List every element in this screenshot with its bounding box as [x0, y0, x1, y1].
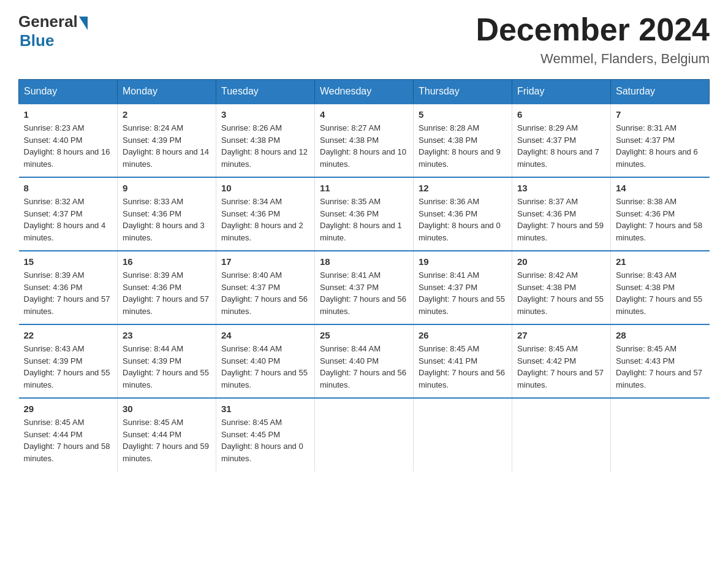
day-info: Sunrise: 8:24 AMSunset: 4:39 PMDaylight:… [123, 123, 209, 169]
day-number: 1 [24, 109, 113, 120]
calendar-cell: 19 Sunrise: 8:41 AMSunset: 4:37 PMDaylig… [414, 251, 512, 324]
calendar-cell: 17 Sunrise: 8:40 AMSunset: 4:37 PMDaylig… [216, 251, 315, 324]
day-info: Sunrise: 8:34 AMSunset: 4:36 PMDaylight:… [221, 197, 303, 242]
calendar-week-1: 1 Sunrise: 8:23 AMSunset: 4:40 PMDayligh… [19, 104, 710, 177]
day-info: Sunrise: 8:26 AMSunset: 4:38 PMDaylight:… [221, 123, 308, 169]
day-info: Sunrise: 8:36 AMSunset: 4:36 PMDaylight:… [419, 197, 501, 242]
calendar-cell: 3 Sunrise: 8:26 AMSunset: 4:38 PMDayligh… [216, 104, 315, 177]
day-number: 17 [221, 256, 309, 267]
day-info: Sunrise: 8:33 AMSunset: 4:36 PMDaylight:… [123, 197, 205, 242]
calendar-cell: 7 Sunrise: 8:31 AMSunset: 4:37 PMDayligh… [611, 104, 710, 177]
calendar-cell: 4 Sunrise: 8:27 AMSunset: 4:38 PMDayligh… [315, 104, 414, 177]
day-info: Sunrise: 8:43 AMSunset: 4:39 PMDaylight:… [24, 344, 110, 389]
column-header-sunday: Sunday [19, 80, 118, 104]
day-number: 8 [24, 183, 113, 193]
day-info: Sunrise: 8:44 AMSunset: 4:39 PMDaylight:… [123, 344, 209, 389]
day-number: 6 [517, 109, 605, 120]
calendar-week-5: 29 Sunrise: 8:45 AMSunset: 4:44 PMDaylig… [19, 398, 710, 472]
day-number: 14 [616, 183, 705, 193]
column-header-wednesday: Wednesday [315, 80, 414, 104]
day-number: 24 [221, 330, 309, 340]
day-info: Sunrise: 8:44 AMSunset: 4:40 PMDaylight:… [320, 344, 406, 389]
calendar-cell: 21 Sunrise: 8:43 AMSunset: 4:38 PMDaylig… [611, 251, 710, 324]
calendar-cell: 28 Sunrise: 8:45 AMSunset: 4:43 PMDaylig… [611, 324, 710, 398]
logo: General Blue [18, 12, 89, 50]
day-info: Sunrise: 8:38 AMSunset: 4:36 PMDaylight:… [616, 197, 702, 242]
calendar-cell: 5 Sunrise: 8:28 AMSunset: 4:38 PMDayligh… [414, 104, 512, 177]
column-header-monday: Monday [118, 80, 216, 104]
calendar-cell: 24 Sunrise: 8:44 AMSunset: 4:40 PMDaylig… [216, 324, 315, 398]
column-header-friday: Friday [512, 80, 611, 104]
calendar-cell [414, 398, 512, 472]
logo-arrow-icon [79, 17, 88, 30]
calendar-cell: 16 Sunrise: 8:39 AMSunset: 4:36 PMDaylig… [118, 251, 216, 324]
calendar-week-4: 22 Sunrise: 8:43 AMSunset: 4:39 PMDaylig… [19, 324, 710, 398]
calendar-cell: 30 Sunrise: 8:45 AMSunset: 4:44 PMDaylig… [118, 398, 216, 472]
day-number: 9 [123, 183, 211, 193]
day-info: Sunrise: 8:41 AMSunset: 4:37 PMDaylight:… [419, 270, 505, 316]
calendar-cell: 2 Sunrise: 8:24 AMSunset: 4:39 PMDayligh… [118, 104, 216, 177]
day-number: 28 [616, 330, 705, 340]
logo-general-text: General [18, 12, 78, 31]
day-number: 2 [123, 109, 211, 120]
day-number: 5 [419, 109, 507, 120]
day-info: Sunrise: 8:27 AMSunset: 4:38 PMDaylight:… [320, 123, 406, 169]
day-info: Sunrise: 8:41 AMSunset: 4:37 PMDaylight:… [320, 270, 406, 316]
calendar-cell: 6 Sunrise: 8:29 AMSunset: 4:37 PMDayligh… [512, 104, 611, 177]
calendar-header-row: SundayMondayTuesdayWednesdayThursdayFrid… [19, 80, 710, 104]
calendar-cell [512, 398, 611, 472]
calendar-cell: 11 Sunrise: 8:35 AMSunset: 4:36 PMDaylig… [315, 177, 414, 251]
calendar-cell: 12 Sunrise: 8:36 AMSunset: 4:36 PMDaylig… [414, 177, 512, 251]
calendar-cell: 22 Sunrise: 8:43 AMSunset: 4:39 PMDaylig… [19, 324, 118, 398]
day-info: Sunrise: 8:40 AMSunset: 4:37 PMDaylight:… [221, 270, 308, 316]
day-info: Sunrise: 8:42 AMSunset: 4:38 PMDaylight:… [517, 270, 604, 316]
calendar-cell: 14 Sunrise: 8:38 AMSunset: 4:36 PMDaylig… [611, 177, 710, 251]
column-header-saturday: Saturday [611, 80, 710, 104]
day-number: 20 [517, 256, 605, 267]
calendar-week-3: 15 Sunrise: 8:39 AMSunset: 4:36 PMDaylig… [19, 251, 710, 324]
day-number: 31 [221, 404, 309, 414]
day-number: 30 [123, 404, 211, 414]
title-area: December 2024 Wemmel, Flanders, Belgium [476, 12, 710, 67]
day-number: 27 [517, 330, 605, 340]
day-number: 25 [320, 330, 408, 340]
day-number: 22 [24, 330, 113, 340]
day-number: 12 [419, 183, 507, 193]
calendar-cell: 8 Sunrise: 8:32 AMSunset: 4:37 PMDayligh… [19, 177, 118, 251]
calendar-cell: 9 Sunrise: 8:33 AMSunset: 4:36 PMDayligh… [118, 177, 216, 251]
day-number: 19 [419, 256, 507, 267]
day-info: Sunrise: 8:39 AMSunset: 4:36 PMDaylight:… [123, 270, 209, 316]
day-info: Sunrise: 8:44 AMSunset: 4:40 PMDaylight:… [221, 344, 308, 389]
day-number: 18 [320, 256, 408, 267]
day-info: Sunrise: 8:45 AMSunset: 4:45 PMDaylight:… [221, 418, 303, 463]
day-info: Sunrise: 8:29 AMSunset: 4:37 PMDaylight:… [517, 123, 599, 169]
day-info: Sunrise: 8:31 AMSunset: 4:37 PMDaylight:… [616, 123, 698, 169]
calendar-cell: 1 Sunrise: 8:23 AMSunset: 4:40 PMDayligh… [19, 104, 118, 177]
day-info: Sunrise: 8:43 AMSunset: 4:38 PMDaylight:… [616, 270, 702, 316]
calendar-cell: 20 Sunrise: 8:42 AMSunset: 4:38 PMDaylig… [512, 251, 611, 324]
day-info: Sunrise: 8:45 AMSunset: 4:44 PMDaylight:… [123, 418, 209, 463]
day-number: 3 [221, 109, 309, 120]
day-info: Sunrise: 8:45 AMSunset: 4:42 PMDaylight:… [517, 344, 604, 389]
calendar-cell: 25 Sunrise: 8:44 AMSunset: 4:40 PMDaylig… [315, 324, 414, 398]
calendar-cell: 13 Sunrise: 8:37 AMSunset: 4:36 PMDaylig… [512, 177, 611, 251]
day-info: Sunrise: 8:45 AMSunset: 4:41 PMDaylight:… [419, 344, 505, 389]
month-title: December 2024 [476, 12, 710, 47]
day-info: Sunrise: 8:28 AMSunset: 4:38 PMDaylight:… [419, 123, 501, 169]
column-header-tuesday: Tuesday [216, 80, 315, 104]
location-text: Wemmel, Flanders, Belgium [476, 51, 710, 67]
column-header-thursday: Thursday [414, 80, 512, 104]
calendar-cell [611, 398, 710, 472]
calendar-cell: 10 Sunrise: 8:34 AMSunset: 4:36 PMDaylig… [216, 177, 315, 251]
day-number: 23 [123, 330, 211, 340]
calendar-cell [315, 398, 414, 472]
calendar-cell: 31 Sunrise: 8:45 AMSunset: 4:45 PMDaylig… [216, 398, 315, 472]
calendar-cell: 27 Sunrise: 8:45 AMSunset: 4:42 PMDaylig… [512, 324, 611, 398]
day-info: Sunrise: 8:23 AMSunset: 4:40 PMDaylight:… [24, 123, 110, 169]
day-number: 13 [517, 183, 605, 193]
day-number: 4 [320, 109, 408, 120]
day-number: 10 [221, 183, 309, 193]
day-info: Sunrise: 8:45 AMSunset: 4:44 PMDaylight:… [24, 418, 110, 463]
day-number: 15 [24, 256, 113, 267]
day-info: Sunrise: 8:35 AMSunset: 4:36 PMDaylight:… [320, 197, 402, 242]
